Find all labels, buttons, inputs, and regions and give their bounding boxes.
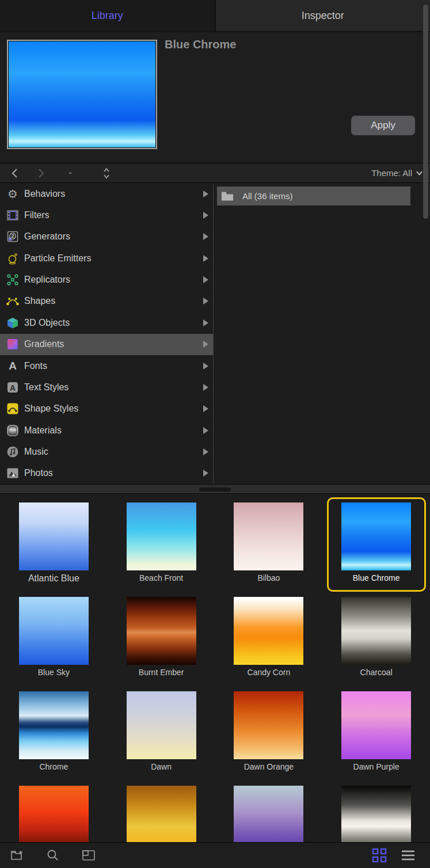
gradient-item-blue-sky[interactable]: Blue Sky — [0, 592, 108, 686]
gradient-item[interactable] — [322, 781, 430, 842]
library-panel: Library Inspector Blue Chrome Apply - Th… — [0, 0, 430, 868]
disclosure-triangle-icon[interactable] — [203, 212, 208, 219]
splitter-handle[interactable] — [199, 488, 231, 492]
disclosure-triangle-icon[interactable] — [203, 448, 208, 455]
disclosure-triangle-icon[interactable] — [203, 276, 208, 283]
gradient-item-bilbao[interactable]: Bilbao — [215, 497, 323, 592]
sidebar-item-photos[interactable]: Photos — [0, 463, 213, 484]
sidebar-item-shape-styles[interactable]: Shape Styles — [0, 398, 213, 420]
gradient-item[interactable] — [108, 781, 215, 842]
disclosure-triangle-icon[interactable] — [203, 255, 208, 262]
tab-inspector[interactable]: Inspector — [215, 0, 430, 32]
gradient-swatch[interactable] — [127, 502, 196, 570]
remove-folder-button[interactable]: - — [64, 167, 76, 179]
gradient-swatch[interactable] — [234, 597, 303, 665]
gradient-item[interactable] — [215, 781, 323, 842]
collection-folder-row[interactable]: All (36 items) — [217, 186, 410, 205]
gradient-preview-thumbnail — [7, 40, 157, 149]
gradient-swatch[interactable] — [19, 691, 89, 759]
sidebar-item-behaviors[interactable]: ⚙Behaviors — [0, 183, 213, 204]
panel-tabbar: Library Inspector — [0, 0, 430, 32]
sidebar-item-filters[interactable]: Filters — [0, 204, 213, 226]
sidebar-item-label: Photos — [24, 468, 53, 478]
sidebar-item-materials[interactable]: Materials — [0, 420, 213, 441]
sidebar-item-label: Shape Styles — [24, 403, 78, 414]
gradient-swatch[interactable] — [19, 502, 89, 570]
disclosure-triangle-icon[interactable] — [203, 298, 208, 304]
gradient-item-blue-chrome[interactable]: Blue Chrome — [322, 497, 430, 592]
back-icon[interactable] — [8, 167, 21, 180]
gradient-item-candy-corn[interactable]: Candy Corn — [215, 592, 323, 686]
gradient-swatch[interactable] — [234, 691, 303, 759]
gradient-icon — [6, 337, 20, 351]
sidebar-item-shapes[interactable]: Shapes — [0, 291, 213, 312]
gradient-item-beach-front[interactable]: Beach Front — [108, 497, 215, 592]
search-icon[interactable] — [45, 847, 61, 863]
gradient-item-chrome[interactable]: Chrome — [0, 686, 108, 781]
sidebar-item-text-styles[interactable]: AText Styles — [0, 376, 213, 398]
sidebar-item-music[interactable]: Music — [0, 441, 213, 462]
gradient-swatch[interactable] — [341, 691, 411, 759]
gradient-swatch[interactable] — [127, 597, 196, 665]
music-icon — [6, 445, 20, 459]
grid-view-icon[interactable] — [371, 847, 387, 863]
disclosure-triangle-icon[interactable] — [203, 470, 208, 477]
gradient-swatch[interactable] — [234, 786, 303, 842]
gradient-item-label: Dawn Purple — [329, 762, 424, 771]
disclosure-triangle-icon[interactable] — [203, 363, 208, 370]
sidebar-item-label: 3D Objects — [24, 318, 70, 328]
gradient-item[interactable] — [0, 781, 108, 842]
gradient-item-atlantic-blue[interactable]: Atlantic Blue — [0, 497, 108, 592]
svg-text:A: A — [10, 383, 16, 392]
pane-splitter — [0, 484, 430, 494]
gradient-item-label: Burnt Ember — [113, 668, 209, 677]
new-folder-icon[interactable] — [9, 847, 25, 863]
font-icon: A — [6, 359, 20, 373]
disclosure-triangle-icon[interactable] — [203, 319, 208, 326]
gradient-swatch[interactable] — [19, 786, 89, 842]
generator-icon: 2 — [6, 230, 20, 243]
sidebar-item-fonts[interactable]: AFonts — [0, 355, 213, 376]
disclosure-triangle-icon[interactable] — [203, 384, 208, 391]
gradient-swatch[interactable] — [341, 502, 411, 570]
sidebar-item-label: Music — [24, 447, 48, 457]
category-sidebar: ⚙BehaviorsFilters2GeneratorsParticle Emi… — [0, 183, 214, 484]
sidebar-item-particle-emitters[interactable]: Particle Emitters — [0, 248, 213, 269]
apply-button[interactable]: Apply — [351, 116, 415, 135]
sidebar-item-replicators[interactable]: Replicators — [0, 269, 213, 290]
gradient-item-label: Blue Chrome — [329, 573, 424, 583]
replicator-icon — [6, 273, 20, 287]
gradient-item-dawn-orange[interactable]: Dawn Orange — [215, 686, 323, 781]
gradient-swatch[interactable] — [341, 597, 411, 665]
theme-dropdown[interactable]: Theme: All — [371, 168, 423, 178]
grid-scrollbar-thumb[interactable] — [423, 5, 428, 219]
gear-icon: ⚙ — [6, 187, 20, 201]
disclosure-triangle-icon[interactable] — [203, 427, 208, 434]
shape-style-icon — [6, 402, 20, 416]
gradient-item-burnt-ember[interactable]: Burnt Ember — [108, 592, 215, 686]
gradient-item-dawn[interactable]: Dawn — [108, 686, 215, 781]
sidebar-item-3d-objects[interactable]: 3D Objects — [0, 312, 213, 333]
list-view-icon[interactable] — [400, 847, 416, 863]
disclosure-triangle-icon[interactable] — [203, 405, 208, 412]
gradient-swatch[interactable] — [127, 786, 196, 842]
gradient-item-dawn-purple[interactable]: Dawn Purple — [322, 686, 430, 781]
gradient-item-charcoal[interactable]: Charcoal — [322, 592, 430, 686]
tab-library[interactable]: Library — [0, 0, 215, 32]
stepper-icon[interactable] — [100, 167, 113, 180]
sidebar-item-gradients[interactable]: Gradients — [0, 334, 213, 355]
gradient-swatch[interactable] — [234, 502, 303, 570]
gradient-swatch[interactable] — [19, 597, 89, 665]
forward-icon[interactable] — [35, 167, 47, 180]
gradient-swatch[interactable] — [127, 691, 196, 759]
disclosure-triangle-icon[interactable] — [203, 233, 208, 240]
film-icon — [6, 208, 20, 222]
gradient-swatch[interactable] — [341, 786, 411, 842]
sidebar-item-generators[interactable]: 2Generators — [0, 226, 213, 248]
library-navbar: - Theme: All — [0, 163, 430, 183]
disclosure-triangle-icon[interactable] — [203, 191, 208, 197]
disclosure-triangle-icon[interactable] — [203, 341, 208, 348]
chevron-down-icon — [416, 170, 423, 176]
preview-pane-icon[interactable] — [81, 847, 97, 863]
gradient-item-label: Atlantic Blue — [6, 573, 101, 584]
